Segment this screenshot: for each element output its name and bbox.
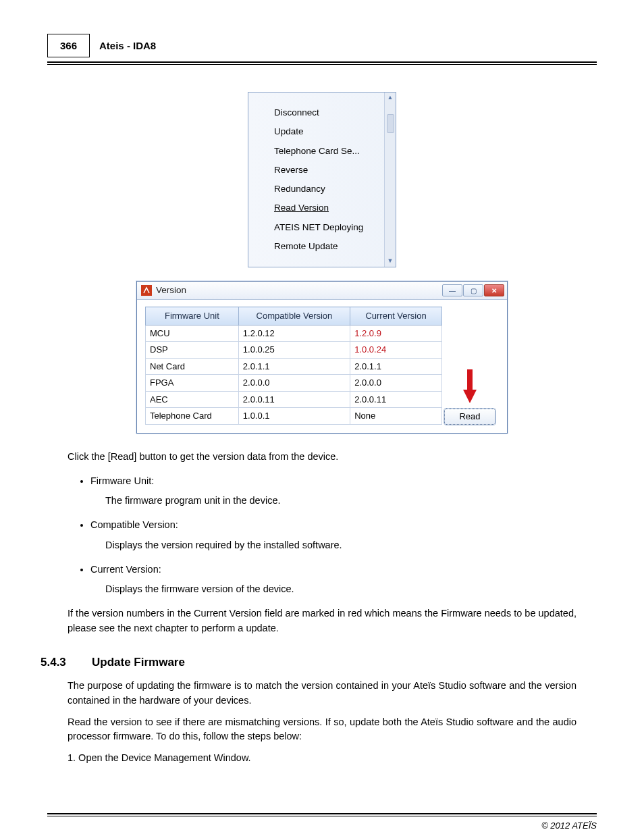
window-title: Version bbox=[156, 284, 186, 297]
section-step1: 1. Open the Device Management Window. bbox=[68, 751, 576, 766]
page-number: 366 bbox=[47, 34, 90, 57]
menu-item[interactable]: Update bbox=[274, 122, 380, 141]
bullet-desc: The firmware program unit in the device. bbox=[105, 494, 576, 509]
bullet-desc: Displays the version required by the ins… bbox=[105, 538, 576, 553]
scroll-up-icon[interactable]: ▲ bbox=[385, 93, 396, 103]
context-menu-figure: DisconnectUpdateTelephone Card Se...Reve… bbox=[248, 92, 396, 267]
version-window-figure: Version — ▢ ✕ Firmware UnitCompatible Ve… bbox=[136, 281, 508, 434]
menu-item[interactable]: Read Version bbox=[274, 199, 380, 217]
cell-unit: Net Card bbox=[146, 358, 239, 375]
cell-unit: AEC bbox=[146, 391, 239, 408]
scroll-thumb[interactable] bbox=[387, 114, 394, 133]
column-header: Current Version bbox=[350, 307, 442, 325]
section-number: 5.4.3 bbox=[41, 654, 92, 671]
column-header: Firmware Unit bbox=[146, 307, 239, 325]
menu-item[interactable]: Redundancy bbox=[274, 180, 380, 199]
version-table: Firmware UnitCompatible VersionCurrent V… bbox=[145, 307, 442, 425]
cell-current: 1.0.0.24 bbox=[350, 342, 442, 359]
menu-item[interactable]: Reverse bbox=[274, 161, 380, 180]
table-row: Net Card2.0.1.12.0.1.1 bbox=[146, 358, 442, 375]
table-row: Telephone Card1.0.0.1None bbox=[146, 408, 442, 425]
section-p2: Read the version to see if there are mis… bbox=[68, 715, 576, 745]
cell-current: 2.0.1.1 bbox=[350, 358, 442, 375]
svg-rect-0 bbox=[467, 369, 473, 390]
cell-compatible: 2.0.0.11 bbox=[238, 391, 350, 408]
section-title: Update Firmware bbox=[92, 654, 185, 671]
bullet-item: Current Version: bbox=[90, 563, 576, 577]
close-button[interactable]: ✕ bbox=[484, 284, 504, 296]
menu-item[interactable]: Telephone Card Se... bbox=[274, 142, 380, 161]
scroll-down-icon[interactable]: ▼ bbox=[385, 256, 396, 267]
cell-compatible: 2.0.1.1 bbox=[238, 358, 350, 375]
cell-compatible: 2.0.0.0 bbox=[238, 375, 350, 392]
window-titlebar: Version — ▢ ✕ bbox=[137, 282, 507, 300]
cell-unit: DSP bbox=[146, 342, 239, 359]
table-row: FPGA2.0.0.02.0.0.0 bbox=[146, 375, 442, 392]
column-header: Compatible Version bbox=[238, 307, 350, 325]
intro-text: Click the [Read] button to get the versi… bbox=[68, 450, 576, 465]
menu-item[interactable]: ATEIS NET Deploying bbox=[274, 218, 380, 237]
section-p1: The purpose of updating the firmware is … bbox=[68, 679, 576, 708]
menu-item[interactable]: Remote Update bbox=[274, 237, 380, 256]
bullet-item: Firmware Unit: bbox=[90, 474, 576, 489]
table-row: MCU1.2.0.121.2.0.9 bbox=[146, 325, 442, 342]
cell-unit: MCU bbox=[146, 325, 239, 342]
table-row: DSP1.0.0.251.0.0.24 bbox=[146, 342, 442, 359]
cell-compatible: 1.0.0.1 bbox=[238, 408, 350, 425]
cell-unit: FPGA bbox=[146, 375, 239, 392]
app-icon bbox=[141, 285, 152, 296]
bullet-desc: Displays the firmware version of the dev… bbox=[105, 582, 576, 597]
cell-current: 1.2.0.9 bbox=[350, 325, 442, 342]
menu-item[interactable]: Disconnect bbox=[274, 103, 380, 122]
note-text: If the version numbers in the Current Ve… bbox=[68, 606, 576, 636]
cell-current: 2.0.0.0 bbox=[350, 375, 442, 392]
minimize-button[interactable]: — bbox=[442, 284, 462, 296]
cell-compatible: 1.2.0.12 bbox=[238, 325, 350, 342]
arrow-down-icon bbox=[463, 369, 477, 403]
footer-copyright: © 2012 ATEÏS bbox=[47, 816, 597, 831]
svg-marker-1 bbox=[463, 390, 477, 403]
cell-unit: Telephone Card bbox=[146, 408, 239, 425]
maximize-button[interactable]: ▢ bbox=[463, 284, 483, 296]
cell-current: None bbox=[350, 408, 442, 425]
scrollbar[interactable]: ▲ ▼ bbox=[384, 93, 396, 267]
table-row: AEC2.0.0.112.0.0.11 bbox=[146, 391, 442, 408]
cell-current: 2.0.0.11 bbox=[350, 391, 442, 408]
bullet-item: Compatible Version: bbox=[90, 518, 576, 533]
cell-compatible: 1.0.0.25 bbox=[238, 342, 350, 359]
read-button[interactable]: Read bbox=[444, 409, 495, 425]
header-title: Ateis - IDA8 bbox=[90, 34, 165, 57]
